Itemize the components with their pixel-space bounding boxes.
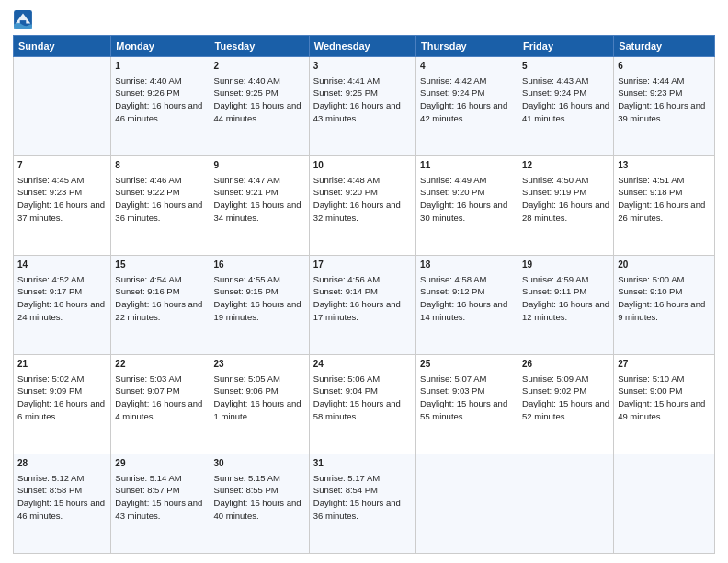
header-cell-thursday: Thursday	[416, 36, 518, 57]
day-number: 9	[214, 159, 305, 173]
calendar-cell: 28Sunrise: 5:12 AM Sunset: 8:58 PM Dayli…	[14, 454, 111, 554]
day-info: Sunrise: 5:00 AM Sunset: 9:10 PM Dayligh…	[618, 274, 705, 322]
calendar-cell: 21Sunrise: 5:02 AM Sunset: 9:09 PM Dayli…	[14, 355, 111, 454]
day-info: Sunrise: 5:10 AM Sunset: 9:00 PM Dayligh…	[618, 373, 705, 421]
day-number: 3	[313, 60, 412, 74]
day-info: Sunrise: 4:45 AM Sunset: 9:23 PM Dayligh…	[17, 175, 105, 223]
day-info: Sunrise: 4:42 AM Sunset: 9:24 PM Dayligh…	[420, 75, 507, 123]
day-info: Sunrise: 4:58 AM Sunset: 9:12 PM Dayligh…	[420, 274, 507, 322]
day-number: 2	[214, 60, 305, 74]
calendar-cell: 29Sunrise: 5:14 AM Sunset: 8:57 PM Dayli…	[111, 454, 210, 554]
calendar-cell: 31Sunrise: 5:17 AM Sunset: 8:54 PM Dayli…	[309, 454, 415, 554]
day-info: Sunrise: 4:40 AM Sunset: 9:25 PM Dayligh…	[214, 75, 301, 123]
day-number: 4	[420, 60, 514, 74]
calendar-cell: 17Sunrise: 4:56 AM Sunset: 9:14 PM Dayli…	[309, 256, 415, 355]
day-number: 28	[17, 457, 107, 471]
calendar-cell: 22Sunrise: 5:03 AM Sunset: 9:07 PM Dayli…	[111, 355, 210, 454]
calendar-cell: 6Sunrise: 4:44 AM Sunset: 9:23 PM Daylig…	[614, 57, 715, 156]
header-cell-monday: Monday	[111, 36, 210, 57]
calendar-cell: 3Sunrise: 4:41 AM Sunset: 9:25 PM Daylig…	[309, 57, 415, 156]
day-number: 27	[618, 358, 711, 372]
day-number: 5	[522, 60, 609, 74]
header-cell-friday: Friday	[518, 36, 614, 57]
header	[13, 9, 715, 29]
day-number: 15	[115, 259, 205, 272]
calendar-cell: 9Sunrise: 4:47 AM Sunset: 9:21 PM Daylig…	[210, 156, 309, 256]
day-info: Sunrise: 4:55 AM Sunset: 9:15 PM Dayligh…	[214, 274, 301, 322]
day-number: 29	[115, 457, 205, 471]
day-number: 20	[618, 259, 711, 272]
day-number: 31	[313, 457, 412, 471]
calendar-table: SundayMondayTuesdayWednesdayThursdayFrid…	[13, 35, 715, 554]
day-info: Sunrise: 5:06 AM Sunset: 9:04 PM Dayligh…	[313, 373, 401, 421]
day-info: Sunrise: 4:52 AM Sunset: 9:17 PM Dayligh…	[17, 274, 105, 322]
day-info: Sunrise: 4:46 AM Sunset: 9:22 PM Dayligh…	[115, 175, 202, 223]
day-info: Sunrise: 4:59 AM Sunset: 9:11 PM Dayligh…	[522, 274, 609, 322]
calendar-cell: 25Sunrise: 5:07 AM Sunset: 9:03 PM Dayli…	[416, 355, 518, 454]
calendar-cell: 15Sunrise: 4:54 AM Sunset: 9:16 PM Dayli…	[111, 256, 210, 355]
day-info: Sunrise: 4:49 AM Sunset: 9:20 PM Dayligh…	[420, 175, 507, 223]
week-row-0: 1Sunrise: 4:40 AM Sunset: 9:26 PM Daylig…	[14, 57, 715, 156]
calendar-cell	[416, 454, 518, 554]
calendar-cell: 14Sunrise: 4:52 AM Sunset: 9:17 PM Dayli…	[14, 256, 111, 355]
calendar-cell: 4Sunrise: 4:42 AM Sunset: 9:24 PM Daylig…	[416, 57, 518, 156]
day-number: 23	[214, 358, 305, 372]
calendar-cell: 2Sunrise: 4:40 AM Sunset: 9:25 PM Daylig…	[210, 57, 309, 156]
calendar-cell: 23Sunrise: 5:05 AM Sunset: 9:06 PM Dayli…	[210, 355, 309, 454]
calendar-cell: 7Sunrise: 4:45 AM Sunset: 9:23 PM Daylig…	[14, 156, 111, 256]
calendar-cell: 19Sunrise: 4:59 AM Sunset: 9:11 PM Dayli…	[518, 256, 614, 355]
day-info: Sunrise: 5:07 AM Sunset: 9:03 PM Dayligh…	[420, 373, 507, 421]
day-number: 22	[115, 358, 205, 372]
day-info: Sunrise: 5:03 AM Sunset: 9:07 PM Dayligh…	[115, 373, 202, 421]
header-cell-tuesday: Tuesday	[210, 36, 309, 57]
day-number: 24	[313, 358, 412, 372]
calendar-cell: 12Sunrise: 4:50 AM Sunset: 9:19 PM Dayli…	[518, 156, 614, 256]
day-info: Sunrise: 5:02 AM Sunset: 9:09 PM Dayligh…	[17, 373, 105, 421]
day-number: 10	[313, 159, 412, 173]
day-number: 17	[313, 259, 412, 272]
logo	[13, 9, 35, 29]
day-info: Sunrise: 4:40 AM Sunset: 9:26 PM Dayligh…	[115, 75, 202, 123]
calendar-cell	[14, 57, 111, 156]
day-number: 6	[618, 60, 711, 74]
day-number: 7	[17, 159, 107, 173]
day-number: 14	[17, 259, 107, 272]
calendar-cell: 20Sunrise: 5:00 AM Sunset: 9:10 PM Dayli…	[614, 256, 715, 355]
day-info: Sunrise: 5:09 AM Sunset: 9:02 PM Dayligh…	[522, 373, 609, 421]
day-info: Sunrise: 5:17 AM Sunset: 8:54 PM Dayligh…	[313, 473, 401, 521]
calendar-cell: 18Sunrise: 4:58 AM Sunset: 9:12 PM Dayli…	[416, 256, 518, 355]
calendar-cell: 26Sunrise: 5:09 AM Sunset: 9:02 PM Dayli…	[518, 355, 614, 454]
day-info: Sunrise: 5:12 AM Sunset: 8:58 PM Dayligh…	[17, 473, 105, 521]
day-info: Sunrise: 4:44 AM Sunset: 9:23 PM Dayligh…	[618, 75, 705, 123]
day-info: Sunrise: 5:05 AM Sunset: 9:06 PM Dayligh…	[214, 373, 301, 421]
day-number: 26	[522, 358, 609, 372]
calendar-cell: 11Sunrise: 4:49 AM Sunset: 9:20 PM Dayli…	[416, 156, 518, 256]
calendar-cell: 27Sunrise: 5:10 AM Sunset: 9:00 PM Dayli…	[614, 355, 715, 454]
calendar-cell	[518, 454, 614, 554]
day-number: 30	[214, 457, 305, 471]
day-info: Sunrise: 4:47 AM Sunset: 9:21 PM Dayligh…	[214, 175, 301, 223]
day-info: Sunrise: 4:51 AM Sunset: 9:18 PM Dayligh…	[618, 175, 705, 223]
day-info: Sunrise: 4:41 AM Sunset: 9:25 PM Dayligh…	[313, 75, 401, 123]
day-number: 16	[214, 259, 305, 272]
calendar-cell: 1Sunrise: 4:40 AM Sunset: 9:26 PM Daylig…	[111, 57, 210, 156]
calendar-header: SundayMondayTuesdayWednesdayThursdayFrid…	[14, 36, 715, 57]
day-number: 13	[618, 159, 711, 173]
calendar-page: SundayMondayTuesdayWednesdayThursdayFrid…	[0, 0, 728, 563]
day-info: Sunrise: 4:54 AM Sunset: 9:16 PM Dayligh…	[115, 274, 202, 322]
calendar-cell	[614, 454, 715, 554]
header-row: SundayMondayTuesdayWednesdayThursdayFrid…	[14, 36, 715, 57]
day-info: Sunrise: 4:56 AM Sunset: 9:14 PM Dayligh…	[313, 274, 401, 322]
calendar-cell: 30Sunrise: 5:15 AM Sunset: 8:55 PM Dayli…	[210, 454, 309, 554]
day-info: Sunrise: 5:15 AM Sunset: 8:55 PM Dayligh…	[214, 473, 301, 521]
calendar-cell: 10Sunrise: 4:48 AM Sunset: 9:20 PM Dayli…	[309, 156, 415, 256]
calendar-cell: 24Sunrise: 5:06 AM Sunset: 9:04 PM Dayli…	[309, 355, 415, 454]
day-number: 19	[522, 259, 609, 272]
calendar-cell: 8Sunrise: 4:46 AM Sunset: 9:22 PM Daylig…	[111, 156, 210, 256]
calendar-cell: 5Sunrise: 4:43 AM Sunset: 9:24 PM Daylig…	[518, 57, 614, 156]
header-cell-sunday: Sunday	[14, 36, 111, 57]
calendar-cell: 13Sunrise: 4:51 AM Sunset: 9:18 PM Dayli…	[614, 156, 715, 256]
day-number: 8	[115, 159, 205, 173]
calendar-body: 1Sunrise: 4:40 AM Sunset: 9:26 PM Daylig…	[14, 57, 715, 554]
week-row-3: 21Sunrise: 5:02 AM Sunset: 9:09 PM Dayli…	[14, 355, 715, 454]
